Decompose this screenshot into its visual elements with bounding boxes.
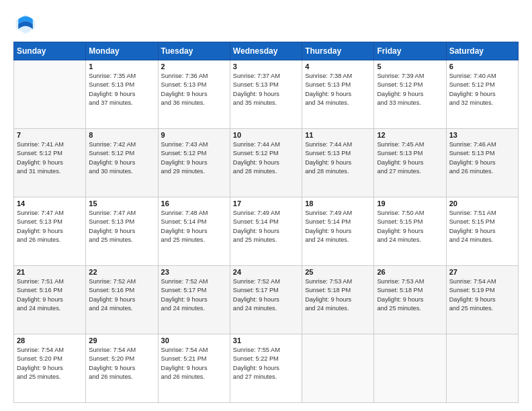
day-cell: 6Sunrise: 7:40 AMSunset: 5:12 PMDaylight… — [446, 60, 518, 129]
day-cell — [302, 334, 374, 403]
day-info: Sunrise: 7:48 AMSunset: 5:14 PMDaylight:… — [161, 209, 227, 244]
day-number: 8 — [89, 131, 154, 139]
day-cell: 27Sunrise: 7:54 AMSunset: 5:19 PMDayligh… — [446, 266, 518, 334]
day-number: 1 — [89, 62, 154, 71]
day-cell: 22Sunrise: 7:52 AMSunset: 5:16 PMDayligh… — [86, 266, 158, 334]
calendar-header-row: SundayMondayTuesdayWednesdayThursdayFrid… — [14, 42, 519, 60]
day-info: Sunrise: 7:53 AMSunset: 5:18 PMDaylight:… — [377, 277, 443, 313]
day-info: Sunrise: 7:47 AMSunset: 5:13 PMDaylight:… — [89, 209, 154, 244]
day-number: 11 — [305, 131, 371, 139]
day-cell: 21Sunrise: 7:51 AMSunset: 5:16 PMDayligh… — [14, 266, 86, 334]
day-cell: 13Sunrise: 7:46 AMSunset: 5:13 PMDayligh… — [446, 129, 518, 197]
day-info: Sunrise: 7:54 AMSunset: 5:19 PMDaylight:… — [449, 277, 515, 313]
day-cell: 4Sunrise: 7:38 AMSunset: 5:13 PMDaylight… — [302, 60, 374, 129]
day-cell: 10Sunrise: 7:44 AMSunset: 5:12 PMDayligh… — [230, 129, 302, 197]
day-info: Sunrise: 7:52 AMSunset: 5:17 PMDaylight:… — [161, 277, 227, 313]
day-cell: 15Sunrise: 7:47 AMSunset: 5:13 PMDayligh… — [86, 197, 158, 266]
day-cell: 28Sunrise: 7:54 AMSunset: 5:20 PMDayligh… — [14, 334, 86, 403]
day-number: 15 — [89, 199, 154, 208]
day-number: 28 — [17, 336, 83, 345]
day-info: Sunrise: 7:51 AMSunset: 5:15 PMDaylight:… — [449, 209, 515, 244]
day-number: 16 — [161, 199, 227, 208]
day-cell: 12Sunrise: 7:45 AMSunset: 5:13 PMDayligh… — [374, 129, 446, 197]
day-number: 30 — [161, 336, 227, 345]
day-info: Sunrise: 7:38 AMSunset: 5:13 PMDaylight:… — [305, 72, 371, 107]
day-number: 2 — [161, 62, 227, 71]
day-number: 5 — [377, 62, 443, 71]
day-info: Sunrise: 7:36 AMSunset: 5:13 PMDaylight:… — [161, 72, 227, 107]
day-info: Sunrise: 7:37 AMSunset: 5:13 PMDaylight:… — [233, 72, 299, 107]
day-number: 7 — [17, 131, 83, 139]
day-cell — [446, 334, 518, 403]
col-header-monday: Monday — [86, 42, 158, 60]
day-cell: 29Sunrise: 7:54 AMSunset: 5:20 PMDayligh… — [86, 334, 158, 403]
day-cell: 11Sunrise: 7:44 AMSunset: 5:13 PMDayligh… — [302, 129, 374, 197]
day-info: Sunrise: 7:45 AMSunset: 5:13 PMDaylight:… — [377, 140, 443, 176]
day-number: 23 — [161, 268, 227, 276]
day-cell: 26Sunrise: 7:53 AMSunset: 5:18 PMDayligh… — [374, 266, 446, 334]
header — [13, 12, 519, 36]
day-info: Sunrise: 7:54 AMSunset: 5:20 PMDaylight:… — [89, 346, 154, 381]
day-info: Sunrise: 7:49 AMSunset: 5:14 PMDaylight:… — [233, 209, 299, 244]
col-header-tuesday: Tuesday — [158, 42, 230, 60]
day-cell: 18Sunrise: 7:49 AMSunset: 5:14 PMDayligh… — [302, 197, 374, 266]
day-info: Sunrise: 7:44 AMSunset: 5:13 PMDaylight:… — [305, 140, 371, 176]
day-info: Sunrise: 7:50 AMSunset: 5:15 PMDaylight:… — [377, 209, 443, 244]
day-cell: 20Sunrise: 7:51 AMSunset: 5:15 PMDayligh… — [446, 197, 518, 266]
day-number: 27 — [449, 268, 515, 276]
day-info: Sunrise: 7:52 AMSunset: 5:17 PMDaylight:… — [233, 277, 299, 313]
day-number: 13 — [449, 131, 515, 139]
day-cell: 9Sunrise: 7:43 AMSunset: 5:12 PMDaylight… — [158, 129, 230, 197]
page: SundayMondayTuesdayWednesdayThursdayFrid… — [0, 0, 532, 411]
day-info: Sunrise: 7:39 AMSunset: 5:12 PMDaylight:… — [377, 72, 443, 107]
day-info: Sunrise: 7:51 AMSunset: 5:16 PMDaylight:… — [17, 277, 83, 313]
day-info: Sunrise: 7:55 AMSunset: 5:22 PMDaylight:… — [233, 346, 299, 381]
day-cell: 2Sunrise: 7:36 AMSunset: 5:13 PMDaylight… — [158, 60, 230, 129]
day-cell — [14, 60, 86, 129]
day-info: Sunrise: 7:46 AMSunset: 5:13 PMDaylight:… — [449, 140, 515, 176]
day-cell: 19Sunrise: 7:50 AMSunset: 5:15 PMDayligh… — [374, 197, 446, 266]
col-header-friday: Friday — [374, 42, 446, 60]
day-cell: 30Sunrise: 7:54 AMSunset: 5:21 PMDayligh… — [158, 334, 230, 403]
day-number: 6 — [449, 62, 515, 71]
day-cell: 3Sunrise: 7:37 AMSunset: 5:13 PMDaylight… — [230, 60, 302, 129]
day-info: Sunrise: 7:42 AMSunset: 5:12 PMDaylight:… — [89, 140, 154, 176]
week-row-1: 1Sunrise: 7:35 AMSunset: 5:13 PMDaylight… — [14, 60, 519, 129]
day-number: 26 — [377, 268, 443, 276]
logo-icon — [13, 12, 38, 36]
day-number: 4 — [305, 62, 371, 71]
day-cell: 31Sunrise: 7:55 AMSunset: 5:22 PMDayligh… — [230, 334, 302, 403]
week-row-2: 7Sunrise: 7:41 AMSunset: 5:12 PMDaylight… — [14, 129, 519, 197]
day-cell: 23Sunrise: 7:52 AMSunset: 5:17 PMDayligh… — [158, 266, 230, 334]
col-header-sunday: Sunday — [14, 42, 86, 60]
day-number: 9 — [161, 131, 227, 139]
day-cell: 1Sunrise: 7:35 AMSunset: 5:13 PMDaylight… — [86, 60, 158, 129]
day-info: Sunrise: 7:35 AMSunset: 5:13 PMDaylight:… — [89, 72, 154, 107]
day-number: 25 — [305, 268, 371, 276]
day-info: Sunrise: 7:54 AMSunset: 5:21 PMDaylight:… — [161, 346, 227, 381]
day-info: Sunrise: 7:44 AMSunset: 5:12 PMDaylight:… — [233, 140, 299, 176]
day-info: Sunrise: 7:41 AMSunset: 5:12 PMDaylight:… — [17, 140, 83, 176]
day-cell: 14Sunrise: 7:47 AMSunset: 5:13 PMDayligh… — [14, 197, 86, 266]
day-number: 24 — [233, 268, 299, 276]
day-number: 22 — [89, 268, 154, 276]
day-info: Sunrise: 7:53 AMSunset: 5:18 PMDaylight:… — [305, 277, 371, 313]
week-row-5: 28Sunrise: 7:54 AMSunset: 5:20 PMDayligh… — [14, 334, 519, 403]
day-info: Sunrise: 7:52 AMSunset: 5:16 PMDaylight:… — [89, 277, 154, 313]
day-info: Sunrise: 7:47 AMSunset: 5:13 PMDaylight:… — [17, 209, 83, 244]
day-number: 19 — [377, 199, 443, 208]
logo — [13, 12, 40, 36]
day-cell: 16Sunrise: 7:48 AMSunset: 5:14 PMDayligh… — [158, 197, 230, 266]
day-info: Sunrise: 7:43 AMSunset: 5:12 PMDaylight:… — [161, 140, 227, 176]
day-number: 3 — [233, 62, 299, 71]
day-cell: 25Sunrise: 7:53 AMSunset: 5:18 PMDayligh… — [302, 266, 374, 334]
day-cell: 5Sunrise: 7:39 AMSunset: 5:12 PMDaylight… — [374, 60, 446, 129]
day-cell — [374, 334, 446, 403]
week-row-3: 14Sunrise: 7:47 AMSunset: 5:13 PMDayligh… — [14, 197, 519, 266]
day-number: 21 — [17, 268, 83, 276]
day-number: 14 — [17, 199, 83, 208]
day-cell: 24Sunrise: 7:52 AMSunset: 5:17 PMDayligh… — [230, 266, 302, 334]
calendar: SundayMondayTuesdayWednesdayThursdayFrid… — [13, 42, 519, 403]
day-cell: 8Sunrise: 7:42 AMSunset: 5:12 PMDaylight… — [86, 129, 158, 197]
day-info: Sunrise: 7:54 AMSunset: 5:20 PMDaylight:… — [17, 346, 83, 381]
